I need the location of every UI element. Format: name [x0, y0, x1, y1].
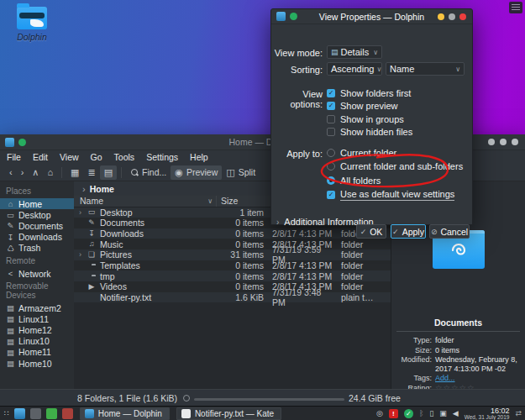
- task-dolphin[interactable]: Home — Dolphin: [80, 407, 170, 420]
- file-row-downloads[interactable]: ↧Downloads 0 items2/8/17 4:13 PMfolder: [74, 228, 391, 239]
- sidebar-item-label: Home11: [18, 347, 51, 357]
- icons-view-button[interactable]: ▦: [66, 165, 83, 180]
- menu-go[interactable]: Go: [91, 152, 102, 162]
- up-button[interactable]: ∧: [28, 165, 43, 180]
- checkbox-show-preview[interactable]: ✓Show preview: [327, 100, 397, 113]
- desktop-icon-label: Dolphin: [7, 32, 57, 42]
- free-space: 24.4 GiB free: [349, 393, 401, 403]
- sidebar-item-home11[interactable]: ▤Home11: [0, 347, 74, 358]
- checkbox-show-folders-first[interactable]: ✓Show folders first: [327, 87, 411, 100]
- dialog-titlebar[interactable]: View Properties — Dolphin: [271, 9, 472, 24]
- tags-add-link[interactable]: Add...: [435, 374, 455, 383]
- sidebar-item-home12[interactable]: ▤Home12: [0, 325, 74, 336]
- radio-icon: [327, 149, 335, 157]
- checkbox-use-as-default[interactable]: ✓Use as default view settings: [327, 188, 454, 202]
- forward-icon: ›: [21, 167, 24, 177]
- find-button[interactable]: Find...: [126, 165, 171, 179]
- file-row-videos[interactable]: ▶Videos 0 items2/8/17 4:13 PMfolder: [74, 281, 391, 292]
- menu-help[interactable]: Help: [190, 152, 208, 162]
- check-icon: ✓: [392, 228, 399, 236]
- sort-by-dropdown[interactable]: Name ∨: [386, 62, 465, 76]
- view-options-label: View options:: [271, 89, 323, 109]
- sort-by-value: Name: [390, 64, 414, 74]
- preview-button[interactable]: ◉Preview: [171, 165, 222, 180]
- radio-current-and-subfolders[interactable]: Current folder and sub-folders: [327, 160, 463, 174]
- toolbar-separator: [61, 167, 62, 178]
- file-row-tmp[interactable]: tmp 0 items2/8/17 4:13 PMfolder: [74, 270, 391, 281]
- radio-current-folder[interactable]: Current folder: [327, 146, 396, 160]
- menu-view[interactable]: View: [60, 152, 79, 162]
- toolbar-separator: [121, 167, 122, 178]
- maximize-button[interactable]: [449, 13, 455, 20]
- menu-edit[interactable]: Edit: [33, 152, 48, 162]
- sidebar-item-downloads[interactable]: ↧Downloads: [0, 232, 74, 243]
- home-button[interactable]: ⌂: [43, 165, 57, 179]
- digital-clock[interactable]: 16:02 Wed, 31 July 2019: [465, 407, 510, 420]
- expand-icon[interactable]: ›: [77, 250, 83, 259]
- clipboard-icon[interactable]: ▣: [439, 410, 447, 417]
- file-row-notifier[interactable]: Notifier-py.txt 1.6 KiB7/31/19 3:48 PMpl…: [74, 292, 391, 303]
- view-mode-dropdown[interactable]: ▤ Details ∨: [327, 45, 382, 59]
- sidebar-item-linux11[interactable]: ▤Linux11: [0, 313, 74, 324]
- split-icon: ◫: [226, 167, 234, 178]
- cancel-button[interactable]: ⊘Cancel: [429, 224, 470, 239]
- ok-button[interactable]: ✓OK: [356, 224, 386, 239]
- sidebar-item-label: Documents: [18, 221, 63, 231]
- close-button[interactable]: [459, 13, 466, 20]
- volume-icon[interactable]: ◀: [453, 410, 459, 417]
- file-row-music[interactable]: ♫Music 0 items2/8/17 4:13 PMfolder: [74, 239, 391, 249]
- sidebar-item-desktop[interactable]: ▭Desktop: [0, 209, 74, 220]
- zoom-slider[interactable]: [183, 395, 344, 402]
- breadcrumb-home[interactable]: Home: [90, 184, 114, 194]
- sidebar-item-trash[interactable]: ♺Trash: [0, 243, 74, 254]
- sidebar-item-linux10[interactable]: ▤Linux10: [0, 336, 74, 347]
- chevron-right-icon: ›: [276, 218, 279, 227]
- camera-app-icon[interactable]: [30, 408, 41, 419]
- red-app-icon[interactable]: [62, 408, 73, 419]
- sidebar-item-documents[interactable]: ✎Documents: [0, 220, 74, 231]
- sidebar-item-home[interactable]: ⌂Home: [0, 198, 74, 209]
- sort-order-dropdown[interactable]: Ascending ∨: [327, 62, 382, 76]
- details-view-button[interactable]: ▤: [100, 165, 117, 180]
- expand-icon[interactable]: ›: [77, 208, 83, 217]
- desktop-icon: ▭: [87, 208, 97, 216]
- panel-hide-icon[interactable]: ⇄: [515, 410, 522, 417]
- compact-view-button[interactable]: ≣: [83, 165, 99, 180]
- desktop-icon-dolphin[interactable]: Dolphin: [7, 7, 57, 42]
- checkbox-show-hidden-files[interactable]: Show hidden files: [327, 126, 412, 139]
- cancel-icon: ⊘: [431, 228, 438, 236]
- dolphin-launcher-icon[interactable]: [14, 408, 25, 419]
- zoom-slider-track[interactable]: [194, 398, 344, 401]
- split-button[interactable]: ◫Split: [222, 165, 260, 180]
- file-row-pictures[interactable]: ›❏Pictures 31 items7/31/19 3:59 PMfolder: [74, 249, 391, 260]
- bluetooth-icon[interactable]: ᛒ: [419, 410, 423, 417]
- notifications-icon[interactable]: !: [389, 409, 398, 418]
- menu-file[interactable]: File: [7, 152, 21, 162]
- screen-layout-icon[interactable]: ◎: [376, 410, 383, 417]
- task-kate[interactable]: Notifier-py.txt — Kate: [176, 407, 281, 420]
- menu-tools[interactable]: Tools: [114, 152, 135, 162]
- radio-all-folders[interactable]: All folders: [327, 174, 381, 187]
- file-row-templates[interactable]: Templates 0 items2/8/17 4:13 PMfolder: [74, 260, 391, 271]
- checkbox-show-in-groups[interactable]: Show in groups: [327, 113, 404, 126]
- sidebar-item-armazem2[interactable]: ▤Armazem2: [0, 302, 74, 313]
- sidebar-item-network[interactable]: <Network: [0, 268, 74, 279]
- sidebar-item-home10[interactable]: ▤Home10: [0, 358, 74, 369]
- maximize-button[interactable]: [500, 139, 507, 145]
- column-name[interactable]: Name∨: [74, 196, 217, 207]
- apply-button[interactable]: ✓Apply: [391, 224, 426, 239]
- sidebar-item-label: Downloads: [18, 232, 62, 242]
- back-button[interactable]: ‹: [5, 165, 17, 179]
- forward-button[interactable]: ›: [17, 165, 29, 179]
- close-button[interactable]: [512, 139, 518, 145]
- minimize-button[interactable]: [488, 139, 495, 145]
- application-launcher-icon[interactable]: ∷: [4, 410, 9, 417]
- tags-label: Tags:: [391, 374, 435, 383]
- menu-settings[interactable]: Settings: [146, 152, 178, 162]
- zoom-slider-handle[interactable]: [183, 395, 190, 402]
- device-notifier-icon[interactable]: ▯: [429, 410, 433, 417]
- minimize-button[interactable]: [438, 13, 444, 20]
- green-app-icon[interactable]: [46, 408, 57, 419]
- updates-ok-icon[interactable]: ✓: [404, 409, 413, 418]
- desktop-toolbox-button[interactable]: [509, 2, 522, 13]
